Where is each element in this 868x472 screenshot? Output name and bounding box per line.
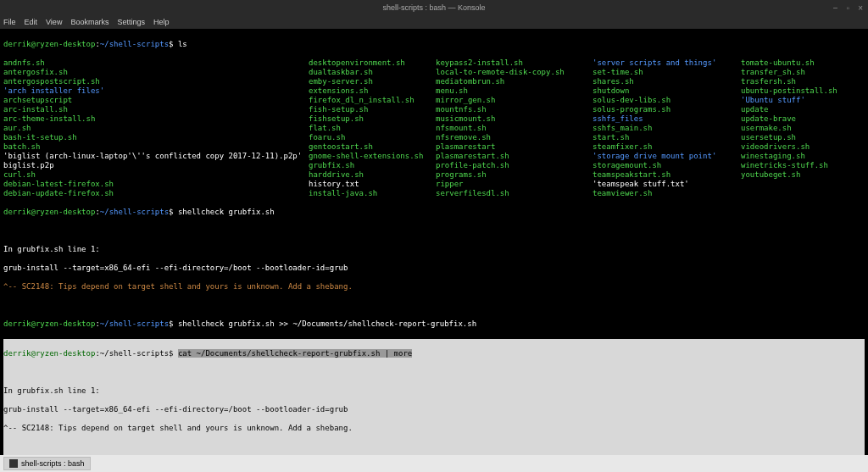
ls-file: ripper <box>436 180 593 189</box>
ls-file: sshfs_files <box>593 114 741 124</box>
prompt-line-cat: derrik@ryzen-desktop:~/shell-scripts$ ca… <box>3 349 865 358</box>
terminal-icon <box>9 459 18 468</box>
taskbar: shell-scripts : bash <box>0 455 868 472</box>
maximize-button[interactable]: ▫ <box>845 3 852 13</box>
ls-file: plasmarestart.sh <box>436 152 593 161</box>
prompt-line-shellcheck1: derrik@ryzen-desktop:~/shell-scripts$ sh… <box>3 208 865 217</box>
highlighted-selection: derrik@ryzen-desktop:~/shell-scripts$ ca… <box>3 339 865 455</box>
ls-file: firefox_dl_n_install.sh <box>309 96 436 105</box>
ls-file: set-time.sh <box>593 68 741 77</box>
menu-settings[interactable]: Settings <box>117 18 145 26</box>
ls-file: dualtaskbar.sh <box>309 68 436 77</box>
ls-file: winetricks-stuff.sh <box>741 161 868 170</box>
ls-file: nfsremove.sh <box>436 133 593 142</box>
ls-file: 'storage drive mount point' <box>593 152 741 161</box>
ls-file: solus-dev-libs.sh <box>593 96 741 105</box>
ls-file: debian-latest-firefox.sh <box>3 180 309 189</box>
ls-file: mediatombrun.sh <box>436 77 593 86</box>
close-button[interactable]: × <box>856 3 865 13</box>
ls-file: menu.sh <box>436 86 593 96</box>
ls-file: videodrivers.sh <box>741 142 868 152</box>
ls-file: winestaging.sh <box>741 152 868 161</box>
ls-file: debian-update-firefox.sh <box>3 189 309 198</box>
ls-file: 'teamspeak stuff.txt' <box>593 180 741 189</box>
ls-file: andnfs.sh <box>3 58 309 68</box>
ls-file: flat.sh <box>309 124 436 133</box>
ls-file: grubfix.sh <box>309 161 436 170</box>
ls-file: update-brave <box>741 114 868 124</box>
ls-file: foaru.sh <box>309 133 436 142</box>
ls-file: steamfixer.sh <box>593 142 741 152</box>
ls-file: usermake.sh <box>741 124 868 133</box>
shellcheck-output-line3: ^-- SC2148: Tips depend on target shell … <box>3 282 865 292</box>
ls-file: tomate-ubuntu.sh <box>741 58 868 68</box>
ls-file: arc-theme-install.sh <box>3 114 309 124</box>
ls-file: biglist.p2p <box>3 161 309 170</box>
ls-file: shares.sh <box>593 77 741 86</box>
ls-file <box>741 180 868 189</box>
command-cat: cat ~/Documents/shellcheck-report-grubfi… <box>178 349 412 358</box>
shellcheck-output-line1: In grubfix.sh line 1: <box>3 245 865 254</box>
ls-file: transfer_sh.sh <box>741 68 868 77</box>
terminal-viewport[interactable]: derrik@ryzen-desktop:~/shell-scripts$ ls… <box>0 29 868 455</box>
ls-file: trasfersh.sh <box>741 77 868 86</box>
cat-output-line1: In grubfix.sh line 1: <box>3 386 865 396</box>
ls-file: programs.sh <box>436 170 593 180</box>
menu-edit[interactable]: Edit <box>25 18 38 26</box>
ls-file: history.txt <box>309 180 436 189</box>
ls-file: mirror_gen.sh <box>436 96 593 105</box>
prompt-line-ls: derrik@ryzen-desktop:~/shell-scripts$ ls <box>3 40 865 49</box>
ls-file: emby-server.sh <box>309 77 436 86</box>
command-shellcheck-redirect: shellcheck grubfix.sh >> ~/Documents/she… <box>178 319 476 328</box>
ls-file: 'Ubuntu stuff' <box>741 96 868 105</box>
ls-file: shutdown <box>593 86 741 96</box>
ls-file: 'server scripts and things' <box>593 58 741 68</box>
ls-file: gentoostart.sh <box>309 142 436 152</box>
ls-file: curl.sh <box>3 170 309 180</box>
ls-file: batch.sh <box>3 142 309 152</box>
shellcheck-output-line2: grub-install --target=x86_64-efi --efi-d… <box>3 264 865 273</box>
ls-file: teamviewer.sh <box>593 189 741 198</box>
menu-bookmarks[interactable]: Bookmarks <box>70 18 108 26</box>
ls-file: arc-install.sh <box>3 105 309 114</box>
cat-output-line2: grub-install --target=x86_64-efi --efi-d… <box>3 405 865 414</box>
ls-file: youtubeget.sh <box>741 170 868 180</box>
ls-file: update <box>741 105 868 114</box>
ls-file: archsetupscript <box>3 96 309 105</box>
ls-file: extensions.sh <box>309 86 436 96</box>
taskbar-item-konsole[interactable]: shell-scripts : bash <box>3 457 91 470</box>
ls-file: teamspeakstart.sh <box>593 170 741 180</box>
ls-file: ubuntu-postinstall.sh <box>741 86 868 96</box>
ls-file: 'biglist (arch-linux-laptop'\''s conflic… <box>3 152 309 161</box>
ls-file: storagemount.sh <box>593 161 741 170</box>
cat-output-line3: ^-- SC2148: Tips depend on target shell … <box>3 424 865 433</box>
ls-file: 'arch installer files' <box>3 86 309 96</box>
menu-help[interactable]: Help <box>153 18 170 26</box>
ls-file: install-java.sh <box>309 189 436 198</box>
prompt-path: ~/shell-scripts <box>100 40 169 48</box>
ls-file: nfsmount.sh <box>436 124 593 133</box>
command-ls: ls <box>178 40 187 48</box>
taskbar-item-label: shell-scripts : bash <box>21 459 85 468</box>
window-controls: − ▫ × <box>832 0 865 15</box>
ls-file: sshfs_main.sh <box>593 124 741 133</box>
ls-file: serverfilesdl.sh <box>436 189 593 198</box>
minimize-button[interactable]: − <box>832 3 840 13</box>
ls-file: musicmount.sh <box>436 114 593 124</box>
menu-view[interactable]: View <box>46 18 62 26</box>
ls-file <box>741 189 868 198</box>
ls-file: harddrive.sh <box>309 170 436 180</box>
ls-file: start.sh <box>593 133 741 142</box>
ls-file: solus-programs.sh <box>593 105 741 114</box>
ls-file: fishsetup.sh <box>309 114 436 124</box>
ls-file: mountnfs.sh <box>436 105 593 114</box>
ls-file: plasmarestart <box>436 142 593 152</box>
window-titlebar: shell-scripts : bash — Konsole − ▫ × <box>0 0 868 15</box>
ls-file: profile-patch.sh <box>436 161 593 170</box>
ls-file: gnome-shell-extensions.sh <box>309 152 436 161</box>
ls-file: local-to-remote-disk-copy.sh <box>436 68 593 77</box>
menu-file[interactable]: File <box>3 18 16 26</box>
command-shellcheck: shellcheck grubfix.sh <box>178 208 275 216</box>
ls-file: antergosfix.sh <box>3 68 309 77</box>
window-title: shell-scripts : bash — Konsole <box>382 3 485 12</box>
